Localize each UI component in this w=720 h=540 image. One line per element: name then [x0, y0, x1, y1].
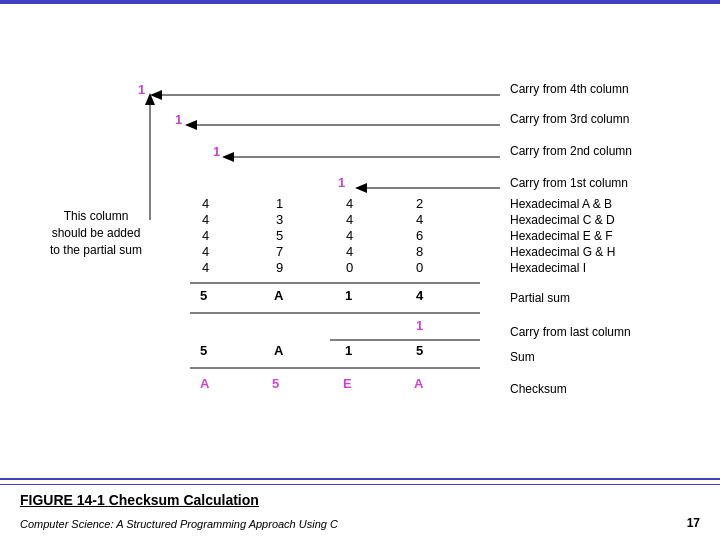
- hex-row4-c3: 4: [346, 244, 353, 259]
- sum-c1: 5: [200, 343, 207, 358]
- partial-sum-c4: 4: [416, 288, 423, 303]
- checksum-c3: E: [343, 376, 352, 391]
- left-note-line1: This column: [64, 209, 129, 223]
- hex-row1-c1: 4: [202, 196, 209, 211]
- hex-row2-c3: 4: [346, 212, 353, 227]
- hex-row1-c3: 4: [346, 196, 353, 211]
- carry-2-label: 1: [213, 144, 220, 159]
- footer-line-bottom: [0, 484, 720, 485]
- rl-sum: Sum: [510, 350, 535, 364]
- hex-row3-c3: 4: [346, 228, 353, 243]
- carry-4-label: 1: [138, 82, 145, 97]
- rl-hex-gh: Hexadecimal G & H: [510, 245, 615, 259]
- hex-row5-c1: 4: [202, 260, 209, 275]
- carry-last-c4: 1: [416, 318, 423, 333]
- left-column-note: This column should be added to the parti…: [36, 208, 156, 258]
- rl-checksum: Checksum: [510, 382, 567, 396]
- hex-row5-c3: 0: [346, 260, 353, 275]
- page-number: 17: [687, 516, 700, 530]
- svg-marker-5: [222, 152, 234, 162]
- book-title: Computer Science: A Structured Programmi…: [20, 518, 338, 530]
- hex-row4-c4: 8: [416, 244, 423, 259]
- hex-row2-c4: 4: [416, 212, 423, 227]
- hex-row2-c2: 3: [276, 212, 283, 227]
- hex-row3-c4: 6: [416, 228, 423, 243]
- diagram-area: 1 1 1 1 Carry from 4th column Carry from…: [20, 20, 700, 420]
- hex-row2-c1: 4: [202, 212, 209, 227]
- rl-hex-i: Hexadecimal I: [510, 261, 586, 275]
- figure-title: Checksum Calculation: [109, 492, 259, 508]
- checksum-c4: A: [414, 376, 423, 391]
- hex-row3-c1: 4: [202, 228, 209, 243]
- rl-carry4: Carry from 4th column: [510, 82, 629, 96]
- hex-row1-c2: 1: [276, 196, 283, 211]
- hex-row1-c4: 2: [416, 196, 423, 211]
- rl-partial-sum: Partial sum: [510, 291, 570, 305]
- checksum-c2: 5: [272, 376, 279, 391]
- hex-row4-c1: 4: [202, 244, 209, 259]
- left-note-line2: should be added: [52, 226, 141, 240]
- footer-line-top: [0, 478, 720, 480]
- hex-row5-c2: 9: [276, 260, 283, 275]
- rl-carry-last: Carry from last column: [510, 325, 631, 339]
- figure-caption: FIGURE 14-1 Checksum Calculation: [20, 492, 259, 508]
- rl-hex-ab: Hexadecimal A & B: [510, 197, 612, 211]
- svg-marker-7: [355, 183, 367, 193]
- partial-sum-c2: A: [274, 288, 283, 303]
- sum-c4: 5: [416, 343, 423, 358]
- hex-row5-c4: 0: [416, 260, 423, 275]
- sum-c2: A: [274, 343, 283, 358]
- partial-sum-c3: 1: [345, 288, 352, 303]
- carry-1-label: 1: [338, 175, 345, 190]
- main-content: 1 1 1 1 Carry from 4th column Carry from…: [0, 10, 720, 430]
- rl-carry1: Carry from 1st column: [510, 176, 628, 190]
- hex-row3-c2: 5: [276, 228, 283, 243]
- carry-3-label: 1: [175, 112, 182, 127]
- svg-marker-3: [185, 120, 197, 130]
- rl-carry3: Carry from 3rd column: [510, 112, 629, 126]
- rl-hex-ef: Hexadecimal E & F: [510, 229, 613, 243]
- partial-sum-c1: 5: [200, 288, 207, 303]
- left-note-line3: to the partial sum: [50, 243, 142, 257]
- figure-label: FIGURE 14-1: [20, 492, 105, 508]
- rl-carry2: Carry from 2nd column: [510, 144, 632, 158]
- top-border: [0, 0, 720, 4]
- rl-hex-cd: Hexadecimal C & D: [510, 213, 615, 227]
- checksum-c1: A: [200, 376, 209, 391]
- sum-c3: 1: [345, 343, 352, 358]
- hex-row4-c2: 7: [276, 244, 283, 259]
